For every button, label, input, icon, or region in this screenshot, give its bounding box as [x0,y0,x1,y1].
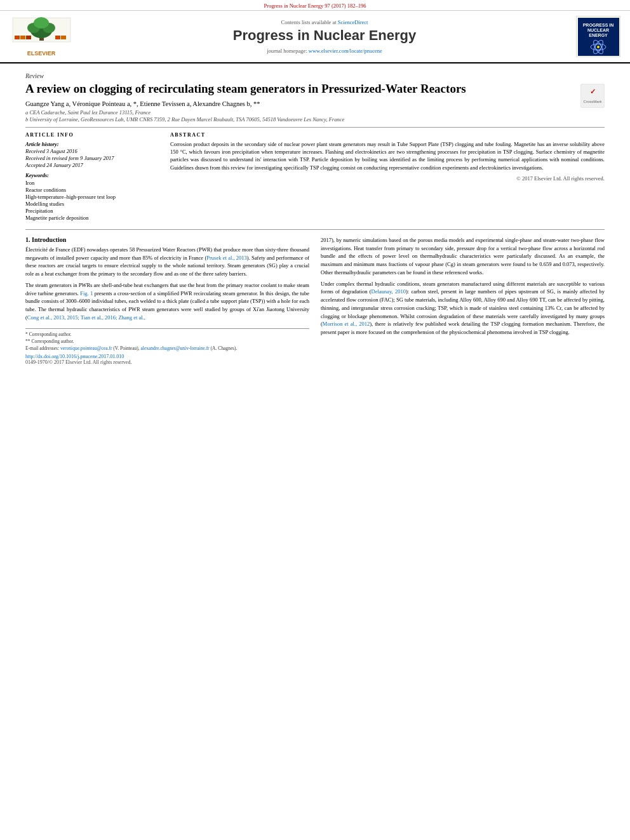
affiliation-a: a CEA Cadarache, Saint Paul lez Durance … [25,109,605,116]
body-para-1: Électricité de France (EDF) nowadays ope… [25,246,309,278]
received-revised-date: Received in revised form 9 January 2017 [25,155,159,161]
crossmark-svg: ✓ CrossMark [580,84,605,108]
ref-fig1[interactable]: Fig. 1 [80,290,93,297]
abstract-column: Abstract Corrosion product deposits in t… [170,132,605,222]
svg-rect-8 [26,36,31,39]
article-content: Review ✓ CrossMark A review on clogging … [0,63,630,371]
body-content: 1. Introduction Électricité de France (E… [25,236,605,365]
abstract-heading: Abstract [170,132,605,138]
footnote-area: * Corresponding author. ** Corresponding… [25,328,309,365]
divider-1 [25,127,605,128]
svg-text:✓: ✓ [590,88,596,95]
journal-citation-bar: Progress in Nuclear Energy 97 (2017) 182… [0,0,630,11]
svg-text:NUCLEAR: NUCLEAR [587,28,608,32]
body-para-4: Under complex thermal hydraulic conditio… [321,280,605,337]
ref-delaunay[interactable]: Delaunay, 2010 [372,288,406,295]
svg-rect-7 [20,36,25,39]
footnote-corresponding-2: ** Corresponding author. [25,338,309,344]
keyword-5: Precipitation [25,208,159,214]
pne-logo: PROGRESS IN NUCLEAR ENERGY [576,16,620,57]
review-label: Review [25,72,605,79]
sciencedirect-line: Contents lists available at ScienceDirec… [281,19,368,25]
keyword-4: Modelling studies [25,201,159,207]
body-col-right: 2017), by numeric simulations based on t… [321,236,605,365]
journal-title: Progress in Nuclear Energy [233,27,417,44]
keyword-1: Iron [25,180,159,186]
pne-logo-svg: PROGRESS IN NUCLEAR ENERGY [578,18,619,56]
email-link-1[interactable]: veronique.pointeau@cea.fr [60,345,112,351]
issn-line: 0149-1970/© 2017 Elsevier Ltd. All right… [25,359,309,365]
elsevier-text: ELSEVIER [27,50,56,57]
journal-homepage-link[interactable]: www.elsevier.com/locate/pnucene [309,48,382,54]
section1-title-text: Introduction [32,236,66,243]
body-col-left: 1. Introduction Électricité de France (E… [25,236,309,365]
section1-number: 1. [25,236,30,243]
journal-header: ELSEVIER Contents lists available at Sci… [0,11,630,63]
crossmark-badge: ✓ CrossMark [580,84,605,109]
body-para-2: The steam generators in PWRs are shell-a… [25,281,309,322]
accepted-date: Accepted 24 January 2017 [25,162,159,168]
svg-text:ENERGY: ENERGY [589,33,608,37]
article-info-column: Article Info Article history: Received 3… [25,132,159,222]
footnote-corresponding-1: * Corresponding author. [25,331,309,337]
journal-citation: Progress in Nuclear Energy 97 (2017) 182… [264,3,366,9]
article-title: A review on clogging of recirculating st… [25,81,605,97]
keyword-6: Magnetite particle deposition [25,215,159,221]
sciencedirect-link[interactable]: ScienceDirect [338,19,368,25]
info-abstract-section: Article Info Article history: Received 3… [25,132,605,222]
svg-text:CrossMark: CrossMark [583,100,602,103]
divider-2 [25,229,605,230]
copyright-line: © 2017 Elsevier Ltd. All rights reserved… [170,175,605,182]
doi-line[interactable]: http://dx.doi.org/10.1016/j.pnucene.2017… [25,354,309,359]
elsevier-tree-logo [11,17,72,48]
svg-rect-9 [55,36,60,39]
section1-title: 1. Introduction [25,236,309,243]
keyword-3: High-temperature–high-pressure test loop [25,194,159,200]
journal-logo-right-area: PROGRESS IN NUCLEAR ENERGY [573,16,624,57]
abstract-text: Corrosion product deposits in the second… [170,140,605,171]
ref-prusek[interactable]: Prusek et al., 2013 [206,255,247,261]
svg-text:PROGRESS IN: PROGRESS IN [582,23,613,27]
journal-header-center: Contents lists available at ScienceDirec… [83,16,566,57]
ref-cong[interactable]: Cong et al., 2013, 2015; Tian et al., 20… [27,314,145,321]
keyword-2: Reactor conditions [25,187,159,193]
history-label: Article history: [25,141,159,147]
affiliation-b: b University of Lorraine, GeoRessources … [25,116,605,123]
body-para-3: 2017), by numeric simulations based on t… [321,236,605,277]
journal-homepage: journal homepage: www.elsevier.com/locat… [267,48,382,54]
ref-morrison[interactable]: Morrison et al., 2012 [323,321,370,327]
elsevier-logo-area: ELSEVIER [6,16,76,57]
page: Progress in Nuclear Energy 97 (2017) 182… [0,0,630,840]
footnote-email: E-mail addresses: veronique.pointeau@cea… [25,345,309,351]
article-title-area: ✓ CrossMark A review on clogging of reci… [25,81,605,97]
svg-point-19 [597,46,600,48]
authors-line: Guangze Yang a, Véronique Pointeau a, *,… [25,100,605,107]
article-info-heading: Article Info [25,132,159,138]
received-date: Received 3 August 2016 [25,148,159,154]
email-link-2[interactable]: alexandre.chagnes@univ-lorraine.fr [141,345,210,351]
keywords-label: Keywords: [25,172,159,178]
svg-rect-10 [61,36,66,39]
svg-rect-6 [15,36,20,39]
svg-point-5 [34,17,49,29]
